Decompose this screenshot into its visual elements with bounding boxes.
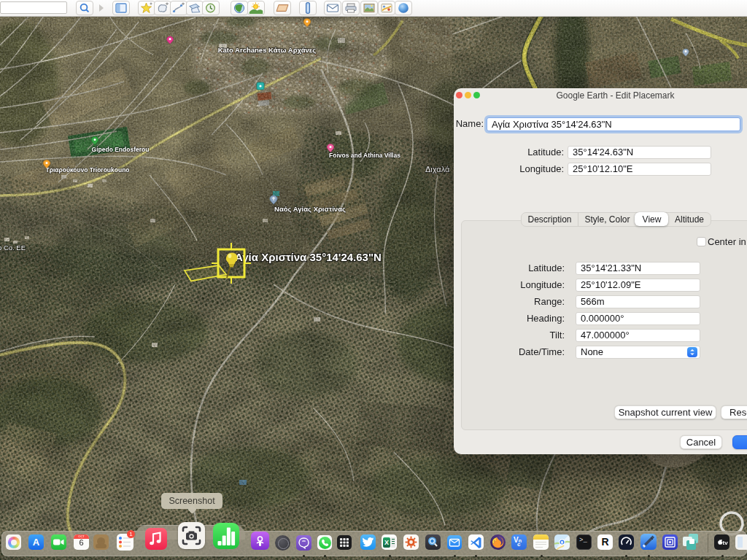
svg-text:o Co. EE: o Co. EE — [0, 244, 26, 252]
svg-text:Αγία Χριστίνα 35°14'24.63"N: Αγία Χριστίνα 35°14'24.63"N — [235, 251, 382, 263]
svg-text:Ναός Αγίας Χριστίνας: Ναός Αγίας Χριστίνας — [274, 205, 346, 213]
svg-text:Διχαλά: Διχαλά — [425, 165, 450, 174]
svg-text:Kato Archanes Κάτω Αρχάνες: Kato Archanes Κάτω Αρχάνες — [218, 46, 317, 54]
svg-text:Τριαρούκουνο Trioroukouno: Τριαρούκουνο Trioroukouno — [45, 166, 129, 174]
svg-text:tv: tv — [723, 540, 729, 546]
svg-text:Gipedo Endosferou: Gipedo Endosferou — [92, 146, 150, 153]
svg-text:Foivos and Athina Villas: Foivos and Athina Villas — [329, 152, 400, 159]
